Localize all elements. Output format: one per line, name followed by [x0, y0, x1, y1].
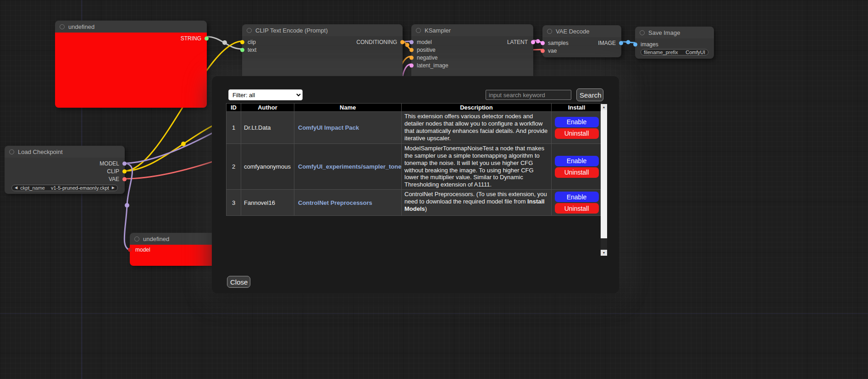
- output-label-clip: CLIP: [107, 168, 119, 175]
- node-title-bar[interactable]: undefined: [55, 21, 207, 33]
- node-title: VAE Decode: [556, 28, 589, 35]
- scrollbar-thumb[interactable]: [601, 110, 607, 238]
- enable-button[interactable]: Enable: [555, 117, 599, 127]
- collapse-icon[interactable]: [247, 28, 252, 33]
- header-id: ID: [227, 104, 241, 112]
- node-title: CLIP Text Encode (Prompt): [255, 27, 328, 34]
- node-title-bar[interactable]: Save Image: [635, 27, 714, 38]
- link-midpoint-dot[interactable]: [181, 142, 186, 146]
- ckpt-name-widget[interactable]: ◀ ckpt_name v1-5-pruned-emaonly.ckpt ▶: [11, 185, 118, 191]
- node-vae-decode[interactable]: VAE Decode samples IMAGE vae: [542, 25, 621, 57]
- extensions-table: ID Author Name Description Install 1 Dr.…: [226, 103, 602, 216]
- cell-description: This extension offers various detector n…: [402, 112, 552, 144]
- output-label-string: STRING: [181, 35, 201, 42]
- input-slot-model[interactable]: [409, 40, 414, 44]
- collapse-icon[interactable]: [134, 236, 139, 242]
- cell-description: ControlNet Preprocessors. (To use this e…: [402, 190, 552, 216]
- cell-install: Enable Uninstall: [552, 190, 602, 216]
- input-slot-positive[interactable]: [409, 48, 414, 52]
- node-title: Save Image: [648, 29, 680, 36]
- link-midpoint-dot[interactable]: [536, 39, 540, 44]
- custom-nodes-dialog: Filter: all Search ID Author Name Descri…: [212, 76, 619, 293]
- uninstall-button[interactable]: Uninstall: [555, 203, 599, 214]
- node-body: images filename_prefix ComfyUI: [635, 38, 714, 59]
- enable-button[interactable]: Enable: [555, 156, 599, 166]
- cell-install: Enable Uninstall: [552, 144, 602, 190]
- node-body: STRING: [55, 33, 207, 108]
- node-title-bar[interactable]: KSampler: [411, 24, 533, 36]
- collapse-icon[interactable]: [60, 24, 65, 29]
- filename-prefix-widget[interactable]: filename_prefix ComfyUI: [641, 49, 708, 55]
- widget-value[interactable]: v1-5-pruned-emaonly.ckpt: [51, 185, 109, 191]
- output-slot-model[interactable]: [122, 161, 127, 165]
- graph-canvas[interactable]: undefined STRING CLIP Text Encode (Promp…: [0, 0, 868, 379]
- search-input[interactable]: [486, 90, 571, 100]
- output-slot-latent[interactable]: [531, 40, 535, 44]
- node-title: KSampler: [425, 27, 451, 34]
- input-slot-samples[interactable]: [541, 41, 545, 45]
- input-slot-model[interactable]: [128, 247, 132, 252]
- cell-install: Enable Uninstall: [552, 112, 602, 144]
- output-label-conditioning: CONDITIONING: [356, 39, 397, 45]
- extension-link[interactable]: ComfyUI Impact Pack: [298, 124, 359, 131]
- cell-author: Dr.Lt.Data: [241, 112, 294, 144]
- table-scrollbar[interactable]: ▲ ▼: [601, 104, 607, 256]
- header-install: Install: [552, 104, 602, 112]
- input-slot-vae[interactable]: [541, 49, 545, 53]
- widget-label: filename_prefix: [644, 49, 678, 55]
- node-title: undefined: [68, 23, 94, 30]
- output-label-image: IMAGE: [598, 40, 616, 46]
- input-slot-latent-image[interactable]: [409, 63, 414, 67]
- enable-button[interactable]: Enable: [555, 192, 599, 202]
- link-midpoint-dot[interactable]: [405, 43, 409, 47]
- link-midpoint-dot[interactable]: [222, 40, 227, 45]
- table-row: 1 Dr.Lt.Data ComfyUI Impact Pack This ex…: [227, 112, 602, 144]
- input-slot-images[interactable]: [633, 42, 637, 46]
- search-button[interactable]: Search: [576, 88, 603, 101]
- collapse-icon[interactable]: [416, 28, 421, 33]
- cell-id: 1: [227, 112, 241, 144]
- header-name: Name: [294, 104, 402, 112]
- next-icon[interactable]: ▶: [112, 186, 115, 190]
- cell-author: comfyanonymous: [241, 144, 294, 190]
- widget-label: ckpt_name: [20, 185, 45, 191]
- scroll-up-icon[interactable]: ▲: [601, 104, 607, 110]
- node-body: MODEL CLIP VAE ◀ ckpt_name v1-5-pruned-e…: [5, 158, 125, 194]
- uninstall-button[interactable]: Uninstall: [555, 128, 599, 139]
- output-label-latent: LATENT: [507, 39, 528, 45]
- link-midpoint-dot[interactable]: [626, 40, 630, 44]
- node-title-bar[interactable]: VAE Decode: [542, 25, 621, 37]
- collapse-icon[interactable]: [547, 29, 552, 34]
- header-description: Description: [402, 104, 552, 112]
- cell-author: Fannovel16: [241, 190, 294, 216]
- extension-link[interactable]: ControlNet Preprocessors: [298, 199, 372, 206]
- previous-icon[interactable]: ◀: [15, 186, 17, 190]
- output-slot-conditioning[interactable]: [400, 40, 404, 44]
- extension-link[interactable]: ComfyUI_experiments/sampler_tonemap: [298, 163, 402, 170]
- node-undefined-top[interactable]: undefined STRING: [55, 21, 207, 108]
- collapse-icon[interactable]: [9, 149, 14, 154]
- output-slot-clip[interactable]: [122, 169, 127, 173]
- node-title-bar[interactable]: CLIP Text Encode (Prompt): [242, 24, 403, 36]
- output-slot-string[interactable]: [205, 36, 209, 40]
- output-slot-vae[interactable]: [122, 177, 127, 181]
- input-slot-negative[interactable]: [409, 55, 414, 60]
- scroll-down-icon[interactable]: ▼: [601, 250, 607, 256]
- cell-id: 2: [227, 144, 241, 190]
- link-midpoint-dot[interactable]: [125, 203, 129, 208]
- node-title: Load Checkpoint: [18, 148, 63, 155]
- close-button[interactable]: Close: [227, 276, 250, 288]
- table-row: 3 Fannovel16 ControlNet Preprocessors Co…: [227, 190, 602, 216]
- widget-value[interactable]: ComfyUI: [686, 49, 705, 55]
- cell-id: 3: [227, 190, 241, 216]
- collapse-icon[interactable]: [640, 30, 645, 35]
- output-slot-image[interactable]: [619, 41, 623, 45]
- node-load-checkpoint[interactable]: Load Checkpoint MODEL CLIP VAE ◀ ckpt_na…: [5, 146, 125, 194]
- input-slot-clip[interactable]: [240, 40, 244, 44]
- input-slot-text[interactable]: [240, 48, 244, 52]
- node-save-image[interactable]: Save Image images filename_prefix ComfyU…: [635, 27, 714, 59]
- filter-select[interactable]: Filter: all: [228, 89, 303, 100]
- table-row: 2 comfyanonymous ComfyUI_experiments/sam…: [227, 144, 602, 190]
- node-title-bar[interactable]: Load Checkpoint: [5, 146, 125, 158]
- uninstall-button[interactable]: Uninstall: [555, 167, 599, 178]
